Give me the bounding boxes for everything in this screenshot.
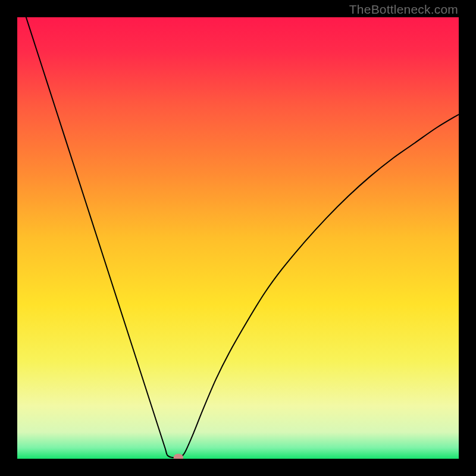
watermark-text: TheBottleneck.com — [349, 2, 458, 17]
plot-svg — [17, 17, 459, 459]
plot-area — [17, 17, 459, 459]
bottleneck-curve — [17, 17, 459, 458]
chart-frame: TheBottleneck.com — [0, 0, 476, 476]
optimal-point-marker — [174, 453, 183, 459]
